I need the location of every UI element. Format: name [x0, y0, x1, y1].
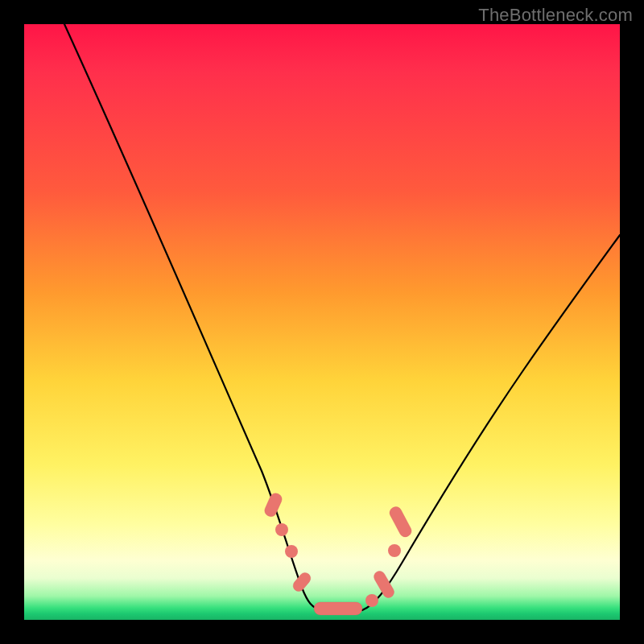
- svg-point-5: [365, 594, 378, 607]
- marker-group: [263, 491, 414, 615]
- right-curve: [362, 235, 620, 610]
- plot-area: [24, 24, 620, 620]
- chart-frame: TheBottleneck.com: [0, 0, 644, 644]
- svg-rect-4: [314, 602, 362, 615]
- svg-point-7: [388, 544, 401, 557]
- svg-rect-3: [291, 571, 312, 594]
- svg-rect-0: [263, 491, 284, 518]
- curves-svg: [24, 24, 620, 620]
- left-curve: [64, 24, 322, 610]
- svg-point-2: [285, 545, 298, 558]
- watermark-text: TheBottleneck.com: [478, 5, 633, 26]
- svg-point-1: [275, 523, 288, 536]
- svg-rect-8: [388, 505, 414, 539]
